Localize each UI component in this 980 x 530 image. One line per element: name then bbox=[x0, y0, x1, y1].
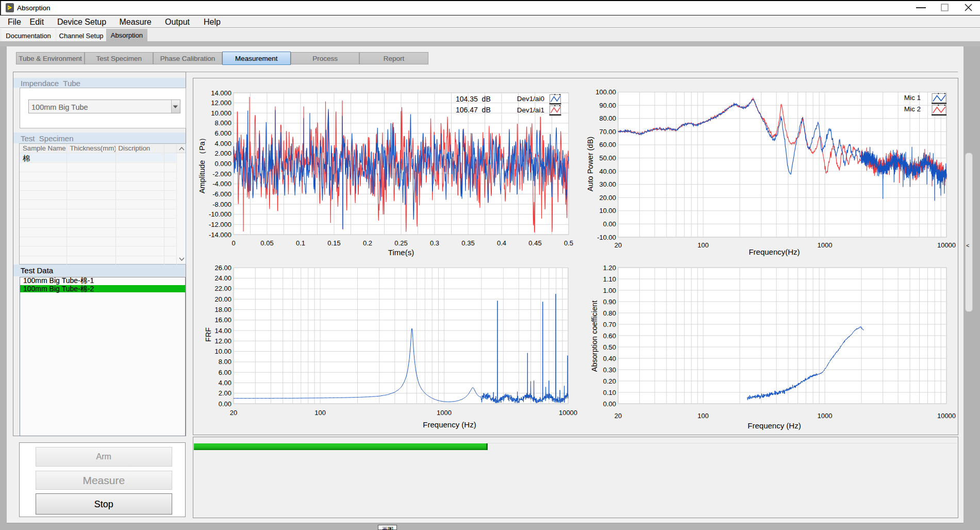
svg-text:Mic 2: Mic 2 bbox=[904, 105, 921, 113]
svg-text:Frequency (Hz): Frequency (Hz) bbox=[423, 420, 476, 429]
svg-text:0.05: 0.05 bbox=[260, 239, 273, 247]
svg-text:FRF: FRF bbox=[204, 327, 212, 342]
svg-text:-4.000: -4.000 bbox=[212, 180, 231, 188]
svg-text:1.10: 1.10 bbox=[603, 275, 616, 283]
svg-text:0.40: 0.40 bbox=[603, 355, 616, 362]
svg-text:24.00: 24.00 bbox=[214, 274, 231, 282]
svg-text:1.00: 1.00 bbox=[603, 287, 616, 294]
svg-text:10000: 10000 bbox=[559, 409, 577, 417]
svg-text:6.000: 6.000 bbox=[214, 129, 231, 137]
svg-text:0.60: 0.60 bbox=[603, 332, 616, 340]
svg-text:Frequency(Hz): Frequency(Hz) bbox=[749, 247, 800, 256]
svg-text:104.35 dB: 104.35 dB bbox=[456, 95, 491, 103]
svg-text:22.00: 22.00 bbox=[214, 285, 231, 292]
svg-text:-2.000: -2.000 bbox=[212, 170, 231, 178]
svg-text:80.00: 80.00 bbox=[599, 114, 616, 122]
svg-text:1000: 1000 bbox=[818, 241, 833, 249]
svg-text:40.00: 40.00 bbox=[599, 168, 616, 175]
svg-text:-8.000: -8.000 bbox=[212, 201, 231, 208]
svg-text:8.000: 8.000 bbox=[214, 119, 231, 127]
svg-text:1000: 1000 bbox=[818, 412, 833, 420]
svg-text:0.80: 0.80 bbox=[603, 309, 616, 317]
svg-text:-10.000: -10.000 bbox=[209, 210, 231, 218]
svg-text:0.50: 0.50 bbox=[603, 343, 616, 351]
svg-text:10000: 10000 bbox=[937, 412, 956, 420]
svg-text:20: 20 bbox=[614, 241, 622, 249]
svg-text:14.00: 14.00 bbox=[214, 327, 231, 335]
svg-text:2.000: 2.000 bbox=[214, 150, 231, 157]
svg-text:Frequency (Hz): Frequency (Hz) bbox=[748, 421, 801, 430]
svg-text:2.00: 2.00 bbox=[219, 389, 231, 397]
svg-text:10.000: 10.000 bbox=[211, 109, 231, 117]
svg-text:0.10: 0.10 bbox=[603, 389, 616, 396]
svg-text:1000: 1000 bbox=[437, 409, 452, 417]
svg-text:12.000: 12.000 bbox=[211, 99, 231, 107]
svg-text:-10.00: -10.00 bbox=[597, 234, 616, 241]
svg-text:60.00: 60.00 bbox=[599, 141, 616, 148]
svg-text:100: 100 bbox=[697, 241, 709, 249]
svg-text:8.00: 8.00 bbox=[219, 358, 231, 366]
svg-text:4.00: 4.00 bbox=[219, 379, 231, 387]
svg-text:70.00: 70.00 bbox=[599, 128, 616, 136]
svg-text:0.90: 0.90 bbox=[603, 298, 616, 306]
svg-text:Dev1/ai1: Dev1/ai1 bbox=[517, 106, 544, 114]
svg-text:0.00: 0.00 bbox=[219, 400, 231, 408]
svg-text:0.00: 0.00 bbox=[603, 220, 616, 228]
svg-text:0.000: 0.000 bbox=[214, 160, 231, 168]
svg-text:Dev1/ai0: Dev1/ai0 bbox=[517, 95, 544, 103]
svg-text:106.47 dB: 106.47 dB bbox=[456, 106, 491, 114]
svg-text:0.30: 0.30 bbox=[603, 366, 616, 374]
svg-text:0.3: 0.3 bbox=[430, 239, 439, 247]
svg-text:100: 100 bbox=[314, 409, 326, 417]
svg-text:12.00: 12.00 bbox=[214, 337, 231, 345]
svg-text:90.00: 90.00 bbox=[599, 102, 616, 109]
svg-text:20: 20 bbox=[230, 409, 237, 417]
svg-text:100.00: 100.00 bbox=[595, 88, 616, 96]
svg-text:0.70: 0.70 bbox=[603, 321, 616, 328]
svg-text:0.35: 0.35 bbox=[461, 239, 474, 247]
svg-text:30.00: 30.00 bbox=[599, 180, 616, 188]
svg-text:0.5: 0.5 bbox=[564, 239, 573, 247]
svg-text:20: 20 bbox=[614, 412, 622, 420]
svg-text:4.000: 4.000 bbox=[214, 140, 231, 147]
svg-text:20.00: 20.00 bbox=[214, 295, 231, 303]
svg-text:14.000: 14.000 bbox=[211, 89, 231, 97]
svg-text:1.20: 1.20 bbox=[603, 264, 616, 272]
svg-text:0.1: 0.1 bbox=[296, 239, 305, 247]
svg-text:0.4: 0.4 bbox=[497, 239, 506, 247]
svg-text:Auto Power (dB): Auto Power (dB) bbox=[586, 137, 594, 191]
svg-text:100: 100 bbox=[697, 412, 709, 420]
svg-text:6.00: 6.00 bbox=[219, 369, 231, 376]
svg-text:-12.000: -12.000 bbox=[209, 221, 231, 228]
svg-text:26.00: 26.00 bbox=[214, 264, 231, 272]
svg-text:10.00: 10.00 bbox=[214, 347, 231, 355]
svg-text:18.00: 18.00 bbox=[214, 306, 231, 313]
svg-text:50.00: 50.00 bbox=[599, 154, 616, 162]
svg-text:0.15: 0.15 bbox=[327, 239, 340, 247]
svg-text:Absorption coefficient: Absorption coefficient bbox=[590, 301, 599, 372]
svg-text:Mic 1: Mic 1 bbox=[904, 94, 921, 102]
svg-text:Time(s): Time(s) bbox=[388, 248, 414, 257]
svg-text:-6.000: -6.000 bbox=[212, 190, 231, 198]
svg-text:0: 0 bbox=[231, 239, 235, 247]
svg-text:0.45: 0.45 bbox=[528, 239, 541, 247]
svg-text:10.00: 10.00 bbox=[599, 207, 616, 214]
svg-text:16.00: 16.00 bbox=[214, 316, 231, 324]
svg-text:0.2: 0.2 bbox=[363, 239, 372, 247]
svg-text:10000: 10000 bbox=[937, 241, 956, 249]
svg-text:Amplitude （Pa）: Amplitude （Pa） bbox=[198, 134, 206, 193]
svg-text:20.00: 20.00 bbox=[599, 194, 616, 202]
svg-text:0.00: 0.00 bbox=[603, 400, 616, 408]
svg-text:0.25: 0.25 bbox=[394, 239, 407, 247]
svg-text:0.20: 0.20 bbox=[603, 377, 616, 385]
svg-text:-14.000: -14.000 bbox=[209, 231, 231, 239]
